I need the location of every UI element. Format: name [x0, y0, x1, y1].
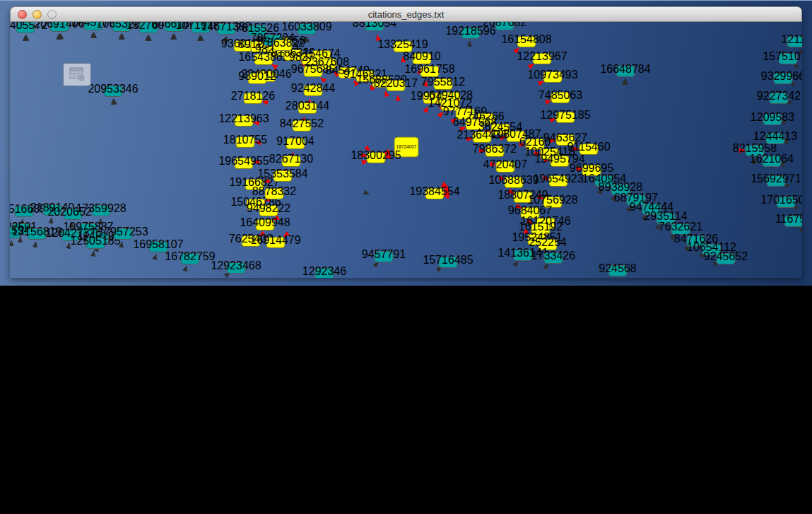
- cell-name: 18300295: [0, 392, 61, 405]
- minimize-window-button[interactable]: [33, 10, 42, 19]
- svg-text:9498222: 9498222: [247, 202, 290, 214]
- graph-node[interactable]: 1244413: [753, 130, 797, 144]
- graph-node[interactable]: 19384554: [409, 185, 459, 199]
- graph-node[interactable]: 8813054: [353, 22, 396, 31]
- cell-short: Franke et al. (2009): [0, 367, 101, 380]
- graph-node[interactable]: 12213967: [517, 50, 567, 64]
- graph-node[interactable]: 19654923: [533, 173, 583, 187]
- graph-node[interactable]: 15716485: [423, 254, 473, 268]
- graph-node[interactable]: 19654955: [218, 155, 269, 169]
- svg-text:1621064: 1621064: [750, 153, 794, 165]
- graph-node[interactable]: 10973493: [527, 69, 577, 83]
- svg-text:19654955: 19654955: [218, 155, 269, 167]
- graph-node[interactable]: 18300295: [351, 149, 401, 163]
- graph-node[interactable]: 9329966: [761, 70, 802, 84]
- graph-node[interactable]: 17359928: [76, 202, 126, 216]
- table-row[interactable]: 911546021997Tourette syndrome. Phenomeno…: [0, 507, 812, 514]
- graph-node[interactable]: 1733426: [531, 250, 575, 264]
- graph-node[interactable]: 1621064: [750, 153, 794, 167]
- svg-text:7663822: 7663822: [261, 37, 305, 49]
- graph-node[interactable]: 17957253: [98, 226, 148, 240]
- graph-node[interactable]: 20953346: [88, 83, 138, 97]
- svg-text:15353584: 15353584: [257, 168, 307, 180]
- svg-text:2803144: 2803144: [286, 100, 329, 112]
- graph-node[interactable]: 7663822: [261, 37, 305, 51]
- graph-node[interactable]: 17016504: [760, 194, 802, 208]
- graph-node[interactable]: 16914479: [250, 234, 300, 248]
- graph-node[interactable]: 8878332: [252, 185, 296, 199]
- graph-node[interactable]: 9242844: [291, 82, 335, 96]
- close-window-button[interactable]: [18, 10, 27, 19]
- graph-node[interactable]: 15751074: [763, 50, 802, 64]
- svg-text:16914479: 16914479: [250, 234, 300, 246]
- svg-text:9245652: 9245652: [704, 250, 748, 262]
- svg-text:9115460: 9115460: [567, 141, 610, 153]
- svg-text:17957253: 17957253: [98, 226, 148, 238]
- graph-node[interactable]: 924568: [599, 262, 636, 276]
- zoom-window-button[interactable]: [47, 10, 57, 19]
- cell-year: 2008: [0, 418, 53, 431]
- graph-node[interactable]: 7986372: [473, 143, 517, 157]
- graph-node[interactable]: 1810755: [223, 134, 267, 148]
- svg-text:15692971: 15692971: [751, 173, 801, 185]
- svg-text:840910: 840910: [403, 50, 440, 62]
- svg-text:8878332: 8878332: [252, 185, 296, 197]
- graph-node[interactable]: 2718126: [231, 90, 275, 104]
- svg-text:917004: 917004: [276, 135, 314, 147]
- graph-node[interactable]: 8267130: [269, 153, 313, 167]
- cell-title: Estimation of significance thresholds fo…: [0, 431, 337, 456]
- svg-text:9329966: 9329966: [761, 70, 802, 82]
- graph-node[interactable]: 2803144: [286, 100, 329, 114]
- table-row[interactable]: 1830029562008Estimation of significance …: [0, 392, 812, 507]
- graph-node[interactable]: 4720407: [483, 158, 527, 173]
- graph-node[interactable]: 9498222: [247, 202, 290, 216]
- graph-node[interactable]: 1292346: [302, 265, 346, 278]
- svg-text:15751074: 15751074: [763, 50, 802, 62]
- svg-text:116753: 116753: [775, 213, 802, 225]
- svg-text:8220317: 8220317: [374, 77, 418, 89]
- cytoscape-app: citations_edges.txt 18724007183002951938…: [0, 0, 812, 514]
- graph-node[interactable]: 9227342: [757, 90, 801, 104]
- cell-year: 2009: [0, 329, 53, 341]
- network-canvas[interactable]: 1872400718300295193845549360123891295418…: [10, 22, 802, 281]
- cell-out_degree: 0: [0, 456, 47, 469]
- table-row[interactable]: 1938455462009Genome-wide association stu…: [0, 303, 812, 392]
- graph-node[interactable]: 12923468: [211, 259, 261, 274]
- graph-node[interactable]: 989012: [238, 70, 276, 84]
- graph-node[interactable]: 16154808: [501, 33, 551, 47]
- graph-node[interactable]: 12213963: [218, 112, 269, 127]
- svg-text:12975185: 12975185: [540, 109, 590, 121]
- graph-node[interactable]: 9245652: [704, 250, 748, 264]
- window-controls: [18, 10, 57, 19]
- svg-text:16958107: 16958107: [133, 238, 183, 250]
- graph-node[interactable]: 10688639: [488, 174, 539, 188]
- svg-text:9457791: 9457791: [362, 248, 406, 260]
- graph-node[interactable]: 9457791: [362, 248, 406, 262]
- graph-node[interactable]: 116753: [775, 213, 802, 227]
- graph-node[interactable]: 8427552: [280, 117, 324, 132]
- network-window-titlebar[interactable]: citations_edges.txt: [10, 6, 802, 22]
- graph-node[interactable]: 15692971: [751, 173, 801, 187]
- svg-text:7986372: 7986372: [473, 143, 517, 155]
- graph-node[interactable]: 9115460: [567, 141, 610, 155]
- graph-node[interactable]: 12117: [781, 33, 802, 47]
- svg-text:9242844: 9242844: [291, 82, 335, 94]
- graph-node[interactable]: 7485063: [539, 89, 582, 103]
- svg-text:8267130: 8267130: [269, 153, 313, 165]
- graph-node[interactable]: 7955812: [421, 76, 465, 90]
- graph-node[interactable]: 16961758: [404, 63, 454, 77]
- graph-node[interactable]: 840910: [403, 50, 440, 64]
- graph-node[interactable]: 8220317: [374, 77, 418, 91]
- cell-short: Dudbridge et al. (2008): [0, 469, 101, 494]
- graph-node[interactable]: 12975185: [540, 109, 590, 123]
- graph-node[interactable]: 15353584: [257, 168, 307, 182]
- network-graph: 1872400718300295193845549360123891295418…: [10, 22, 802, 278]
- graph-node[interactable]: 1209583: [751, 111, 794, 125]
- svg-text:12117: 12117: [781, 33, 802, 45]
- graph-node[interactable]: 16782759: [165, 250, 215, 264]
- graph-node[interactable]: 16409948: [240, 216, 290, 230]
- graph-node[interactable]: 16648784: [600, 63, 650, 77]
- svg-text:16409948: 16409948: [240, 216, 290, 228]
- graph-node[interactable]: 917004: [276, 135, 314, 149]
- cell-pagerank: 5.9E-5: [0, 494, 95, 507]
